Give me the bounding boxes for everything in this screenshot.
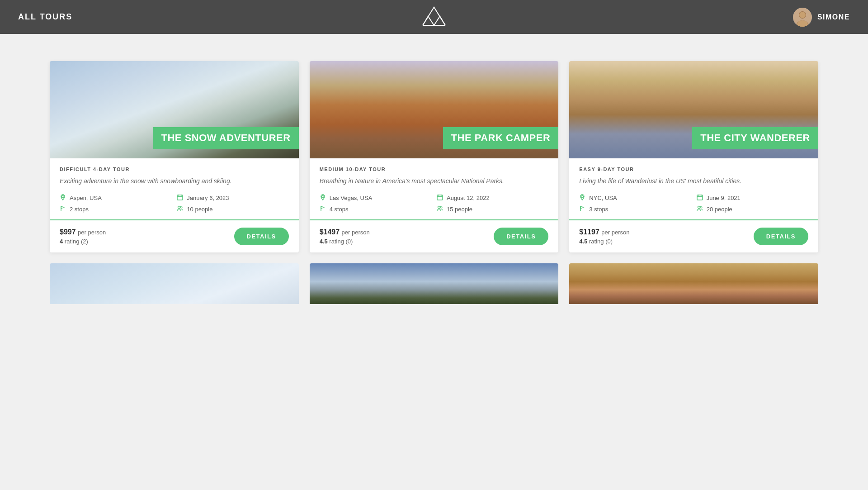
card-description-city-wanderer: Living the life of Wanderlust in the US'… (579, 176, 808, 186)
rating-count-park-camper: rating (0) (329, 238, 353, 245)
user-name: SIMONE (817, 13, 850, 21)
card-image-snow-adventurer: THE SNOW ADVENTURER (50, 61, 299, 158)
card-description-park-camper: Breathing in Nature in America's most sp… (320, 176, 549, 186)
details-button-snow-adventurer[interactable]: DETAILS (234, 228, 289, 245)
people-icon (437, 205, 443, 213)
price-unit-city-wanderer: per person (601, 229, 629, 236)
details-button-city-wanderer[interactable]: DETAILS (754, 228, 808, 245)
logo[interactable] (420, 5, 448, 29)
card-body-city-wanderer: EASY 9-DAY TOUR Living the life of Wande… (569, 158, 818, 220)
card-price-section-park-camper: $1497 per person 4.5 rating (0) (320, 228, 370, 245)
card-title-snow-adventurer: THE SNOW ADVENTURER (161, 132, 291, 145)
partial-card-partial-1 (50, 263, 299, 304)
card-difficulty-snow-adventurer: DIFFICULT 4-DAY TOUR (60, 167, 289, 172)
price-amount-snow-adventurer: $997 (60, 228, 76, 236)
card-price-section-city-wanderer: $1197 per person 4.5 rating (0) (579, 228, 629, 245)
card-title-park-camper: THE PARK CAMPER (451, 132, 551, 145)
calendar-icon (177, 194, 183, 202)
svg-point-6 (62, 195, 64, 198)
card-footer-city-wanderer: $1197 per person 4.5 rating (0) DETAILS (569, 220, 818, 252)
card-image-park-camper: THE PARK CAMPER (310, 61, 559, 158)
rating-value-snow-adventurer: 4 (60, 238, 63, 245)
meta-stops-text: 3 stops (589, 206, 608, 213)
people-icon (177, 205, 183, 213)
meta-date-text: January 6, 2023 (187, 195, 229, 201)
card-title-overlay-park-camper: THE PARK CAMPER (443, 127, 559, 149)
card-meta-city-wanderer: NYC, USA June 9, 2021 3 stops 20 people (579, 194, 808, 213)
details-button-park-camper[interactable]: DETAILS (494, 228, 548, 245)
meta-date-snow-adventurer: January 6, 2023 (177, 194, 288, 202)
nav-all-tours[interactable]: ALL TOURS (18, 12, 72, 22)
location-icon (60, 194, 66, 202)
card-price-section-snow-adventurer: $997 per person 4 rating (2) (60, 228, 106, 245)
card-price-city-wanderer: $1197 per person (579, 228, 629, 236)
card-rating-snow-adventurer: 4 rating (2) (60, 238, 106, 245)
svg-point-12 (180, 206, 182, 208)
tour-card-park-camper: THE PARK CAMPER MEDIUM 10-DAY TOUR Breat… (310, 61, 559, 252)
meta-people-park-camper: 15 people (437, 205, 548, 213)
user-profile[interactable]: SIMONE (793, 8, 850, 27)
card-difficulty-park-camper: MEDIUM 10-DAY TOUR (320, 167, 549, 172)
flag-icon (579, 205, 585, 213)
card-price-park-camper: $1497 per person (320, 228, 370, 236)
meta-stops-city-wanderer: 3 stops (579, 205, 691, 213)
meta-people-city-wanderer: 20 people (697, 205, 808, 213)
rating-count-snow-adventurer: rating (2) (65, 238, 88, 245)
partial-img-partial-2 (310, 263, 559, 304)
price-amount-park-camper: $1497 (320, 228, 340, 236)
card-image-city-wanderer: THE CITY WANDERER (569, 61, 818, 158)
partial-tours-grid (50, 263, 818, 304)
rating-value-city-wanderer: 4.5 (579, 238, 587, 245)
header: ALL TOURS SIMONE (0, 0, 868, 34)
meta-date-city-wanderer: June 9, 2021 (697, 194, 808, 202)
main-content: THE SNOW ADVENTURER DIFFICULT 4-DAY TOUR… (0, 34, 868, 322)
card-description-snow-adventurer: Exciting adventure in the snow with snow… (60, 176, 289, 186)
price-unit-snow-adventurer: per person (78, 229, 106, 236)
price-unit-park-camper: per person (342, 229, 370, 236)
location-icon (579, 194, 585, 202)
svg-point-26 (700, 206, 702, 208)
partial-img-partial-3 (569, 263, 818, 304)
svg-point-20 (581, 195, 584, 198)
meta-stops-text: 4 stops (330, 206, 349, 213)
meta-location-city-wanderer: NYC, USA (579, 194, 691, 202)
meta-people-snow-adventurer: 10 people (177, 205, 288, 213)
card-difficulty-city-wanderer: EASY 9-DAY TOUR (579, 167, 808, 172)
meta-people-text: 10 people (187, 206, 212, 213)
svg-point-13 (321, 195, 324, 198)
meta-location-text: NYC, USA (589, 195, 617, 201)
location-icon (320, 194, 326, 202)
svg-point-4 (799, 12, 806, 18)
tour-card-city-wanderer: THE CITY WANDERER EASY 9-DAY TOUR Living… (569, 61, 818, 252)
card-price-snow-adventurer: $997 per person (60, 228, 106, 236)
meta-stops-snow-adventurer: 2 stops (60, 205, 171, 213)
svg-rect-7 (177, 195, 183, 200)
svg-point-18 (438, 206, 440, 209)
card-rating-park-camper: 4.5 rating (0) (320, 238, 370, 245)
rating-value-park-camper: 4.5 (320, 238, 328, 245)
meta-date-text: August 12, 2022 (447, 195, 490, 201)
partial-card-partial-3 (569, 263, 818, 304)
svg-rect-21 (697, 195, 703, 200)
meta-date-park-camper: August 12, 2022 (437, 194, 548, 202)
card-footer-park-camper: $1497 per person 4.5 rating (0) DETAILS (310, 220, 559, 252)
meta-location-snow-adventurer: Aspen, USA (60, 194, 171, 202)
avatar (793, 8, 812, 27)
tours-grid: THE SNOW ADVENTURER DIFFICULT 4-DAY TOUR… (50, 61, 818, 252)
tour-card-snow-adventurer: THE SNOW ADVENTURER DIFFICULT 4-DAY TOUR… (50, 61, 299, 252)
rating-count-city-wanderer: rating (0) (589, 238, 613, 245)
price-amount-city-wanderer: $1197 (579, 228, 599, 236)
meta-stops-text: 2 stops (70, 206, 89, 213)
meta-location-park-camper: Las Vegas, USA (320, 194, 431, 202)
svg-point-25 (698, 206, 700, 209)
svg-point-19 (440, 206, 442, 208)
meta-location-text: Aspen, USA (70, 195, 102, 201)
people-icon (697, 205, 703, 213)
calendar-icon (437, 194, 443, 202)
card-title-overlay-snow-adventurer: THE SNOW ADVENTURER (153, 127, 299, 149)
calendar-icon (697, 194, 703, 202)
card-meta-snow-adventurer: Aspen, USA January 6, 2023 2 stops 10 pe… (60, 194, 289, 213)
meta-location-text: Las Vegas, USA (330, 195, 373, 201)
meta-date-text: June 9, 2021 (707, 195, 741, 201)
card-title-overlay-city-wanderer: THE CITY WANDERER (692, 127, 818, 149)
